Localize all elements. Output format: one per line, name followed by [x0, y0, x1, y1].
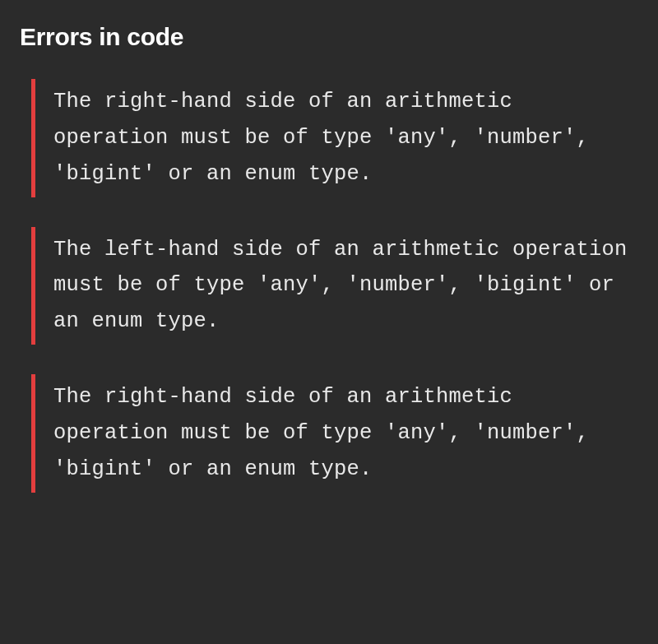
errors-panel-title: Errors in code: [20, 23, 638, 51]
error-list: The right-hand side of an arithmetic ope…: [20, 79, 638, 493]
error-item: The right-hand side of an arithmetic ope…: [31, 374, 638, 493]
error-item: The right-hand side of an arithmetic ope…: [31, 79, 638, 197]
error-item: The left-hand side of an arithmetic oper…: [31, 227, 638, 345]
